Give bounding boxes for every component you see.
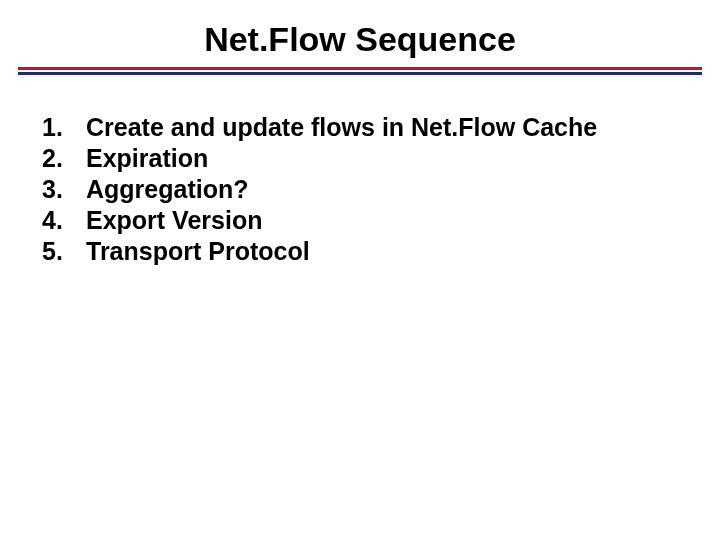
slide: Net.Flow Sequence 1. Create and update f… [0,0,720,540]
list-text: Aggregation? [86,175,249,204]
list-item: 3. Aggregation? [42,175,720,204]
divider-line-blue [18,72,702,75]
list-text: Transport Protocol [86,237,310,266]
list-number: 3. [42,175,86,204]
list-item: 1. Create and update flows in Net.Flow C… [42,113,720,142]
list-text: Export Version [86,206,262,235]
title-divider [18,67,702,75]
list-number: 5. [42,237,86,266]
list-text: Create and update flows in Net.Flow Cach… [86,113,597,142]
list-item: 5. Transport Protocol [42,237,720,266]
slide-title: Net.Flow Sequence [0,20,720,59]
list-number: 4. [42,206,86,235]
list-item: 2. Expiration [42,144,720,173]
divider-line-red [18,67,702,70]
list-item: 4. Export Version [42,206,720,235]
list-number: 2. [42,144,86,173]
list-text: Expiration [86,144,208,173]
ordered-list: 1. Create and update flows in Net.Flow C… [0,113,720,266]
list-number: 1. [42,113,86,142]
